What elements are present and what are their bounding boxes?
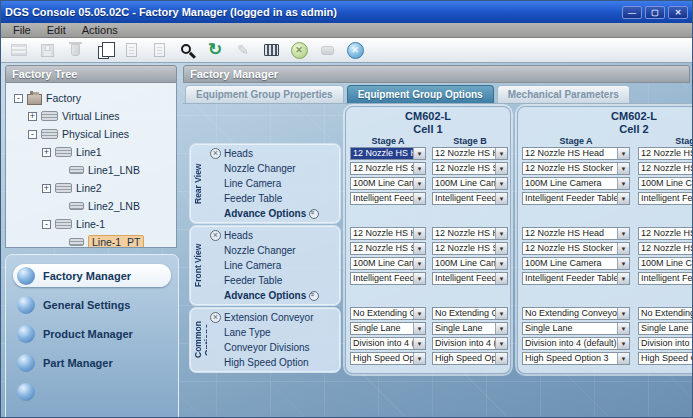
dropdown-line-camera-cell-1-stage-a[interactable]: 100M Line Camera▼: [350, 177, 426, 190]
dropdown-arrow-icon[interactable]: ▼: [413, 353, 425, 364]
dropdown-heads-cell-2-stage-b[interactable]: 12 Nozzle HS Head▼: [638, 147, 692, 160]
dropdown-arrow-icon[interactable]: ▼: [495, 273, 507, 284]
tree-item-line-1-pt[interactable]: +Line-1_PT: [6, 233, 176, 248]
dropdown-arrow-icon[interactable]: ▼: [413, 228, 425, 239]
dropdown-line-camera-cell-1-stage-b[interactable]: 100M Line Camera▼: [432, 177, 508, 190]
tree-item-line1[interactable]: +Line1: [6, 143, 176, 161]
tree-item-factory[interactable]: -Factory: [6, 89, 176, 107]
dropdown-arrow-icon[interactable]: ▼: [495, 258, 507, 269]
dropdown-feeder-table-cell-1-stage-a[interactable]: Intelligent Feeder Table▼: [350, 272, 426, 285]
dropdown-arrow-icon[interactable]: ▼: [617, 308, 629, 319]
document-button[interactable]: [147, 40, 171, 61]
dropdown-arrow-icon[interactable]: ▼: [495, 193, 507, 204]
menu-edit[interactable]: Edit: [39, 24, 74, 36]
dropdown-feeder-table-cell-2-stage-b[interactable]: Intelligent Feeder Table▼: [638, 192, 692, 205]
dropdown-arrow-icon[interactable]: ▼: [413, 273, 425, 284]
tree-item-physical-lines[interactable]: -Physical Lines: [6, 125, 176, 143]
dropdown-arrow-icon[interactable]: ▼: [413, 323, 425, 334]
dropdown-line-camera-cell-1-stage-a[interactable]: 100M Line Camera▼: [350, 257, 426, 270]
advance-options-row[interactable]: Advance Options: [224, 206, 338, 221]
dropdown-conveyor-divisions-cell-2-stage-a[interactable]: Division into 4 (default)▼: [522, 337, 630, 350]
dropdown-feeder-table-cell-1-stage-b[interactable]: Intelligent Feeder Table▼: [432, 272, 508, 285]
dropdown-feeder-table-cell-1-stage-b[interactable]: Intelligent Feeder Table▼: [432, 192, 508, 205]
dropdown-high-speed-option-cell-2-stage-b[interactable]: High Speed Option 3▼: [638, 352, 692, 365]
form-button[interactable]: [7, 40, 31, 61]
dropdown-arrow-icon[interactable]: ▼: [617, 338, 629, 349]
dropdown-arrow-icon[interactable]: ▼: [617, 163, 629, 174]
dropdown-arrow-icon[interactable]: ▼: [413, 338, 425, 349]
advance-options-row[interactable]: Advance Options: [224, 288, 338, 303]
dropdown-nozzle-changer-cell-2-stage-b[interactable]: 12 Nozzle HS Stocker▼: [638, 242, 692, 255]
dropdown-nozzle-changer-cell-1-stage-b[interactable]: 12 Nozzle HS Stocker▼: [432, 162, 508, 175]
tree-item-line2-lnb[interactable]: +Line2_LNB: [6, 197, 176, 215]
dropdown-lane-type-cell-1-stage-b[interactable]: Single Lane▼: [432, 322, 508, 335]
dropdown-arrow-icon[interactable]: ▼: [617, 148, 629, 159]
dropdown-arrow-icon[interactable]: ▼: [495, 338, 507, 349]
tab-mechanical-parameters[interactable]: Mechanical Parameters: [497, 85, 630, 103]
dropdown-line-camera-cell-2-stage-b[interactable]: 100M Line Camera▼: [638, 177, 692, 190]
dropdown-heads-cell-1-stage-a[interactable]: 12 Nozzle HS Head▼: [350, 227, 426, 240]
dropdown-arrow-icon[interactable]: ▼: [495, 353, 507, 364]
dropdown-arrow-icon[interactable]: ▼: [413, 148, 425, 159]
dropdown-line-camera-cell-2-stage-a[interactable]: 100M Line Camera▼: [522, 257, 630, 270]
tree-expander-icon[interactable]: -: [42, 220, 51, 229]
dropdown-arrow-icon[interactable]: ▼: [413, 308, 425, 319]
tree-expander-icon[interactable]: +: [42, 148, 51, 157]
dropdown-nozzle-changer-cell-2-stage-a[interactable]: 12 Nozzle HS Stocker▼: [522, 242, 630, 255]
dropdown-line-camera-cell-1-stage-b[interactable]: 100M Line Camera▼: [432, 257, 508, 270]
dropdown-arrow-icon[interactable]: ▼: [617, 228, 629, 239]
nav-part-manager[interactable]: Part Manager: [13, 351, 171, 374]
section-sync-icon[interactable]: [210, 148, 221, 159]
dropdown-arrow-icon[interactable]: ▼: [413, 243, 425, 254]
dropdown-heads-cell-1-stage-b[interactable]: 12 Nozzle HS Head▼: [432, 227, 508, 240]
dropdown-extension-conveyor-cell-2-stage-a[interactable]: No Extending Conveyor▼: [522, 307, 630, 320]
dropdown-extension-conveyor-cell-2-stage-b[interactable]: No Extending Conveyor▼: [638, 307, 692, 320]
dropdown-arrow-icon[interactable]: ▼: [413, 178, 425, 189]
dropdown-heads-cell-2-stage-a[interactable]: 12 Nozzle HS Head▼: [522, 147, 630, 160]
dropdown-heads-cell-2-stage-b[interactable]: 12 Nozzle HS Head▼: [638, 227, 692, 240]
maximize-button[interactable]: ▢: [645, 6, 665, 19]
dropdown-arrow-icon[interactable]: ▼: [617, 243, 629, 254]
tree-item-line-1[interactable]: -Line-1: [6, 215, 176, 233]
close-button[interactable]: ✕: [668, 6, 688, 19]
tree-item-line2[interactable]: +Line2: [6, 179, 176, 197]
nav-product-manager[interactable]: Product Manager: [13, 322, 171, 345]
dropdown-nozzle-changer-cell-1-stage-a[interactable]: 12 Nozzle HS Stocker▼: [350, 162, 426, 175]
dropdown-high-speed-option-cell-2-stage-a[interactable]: High Speed Option 3▼: [522, 352, 630, 365]
tree-item-virtual-lines[interactable]: +Virtual Lines: [6, 107, 176, 125]
dropdown-arrow-icon[interactable]: ▼: [617, 258, 629, 269]
dropdown-feeder-table-cell-1-stage-a[interactable]: Intelligent Feeder Table▼: [350, 192, 426, 205]
dropdown-conveyor-divisions-cell-1-stage-a[interactable]: Division into 4 (default)▼: [350, 337, 426, 350]
dropdown-arrow-icon[interactable]: ▼: [495, 163, 507, 174]
dropdown-lane-type-cell-1-stage-a[interactable]: Single Lane▼: [350, 322, 426, 335]
dropdown-arrow-icon[interactable]: ▼: [495, 178, 507, 189]
nav-general-settings[interactable]: General Settings: [13, 293, 171, 316]
delete-button[interactable]: [63, 40, 87, 61]
dropdown-arrow-icon[interactable]: ▼: [495, 243, 507, 254]
dropdown-high-speed-option-cell-1-stage-b[interactable]: High Speed Option 3▼: [432, 352, 508, 365]
dropdown-arrow-icon[interactable]: ▼: [413, 163, 425, 174]
paste-button[interactable]: [119, 40, 143, 61]
tree-expander-icon[interactable]: +: [28, 112, 37, 121]
dropdown-nozzle-changer-cell-2-stage-b[interactable]: 12 Nozzle HS Stocker▼: [638, 162, 692, 175]
dropdown-arrow-icon[interactable]: ▼: [495, 148, 507, 159]
dropdown-nozzle-changer-cell-1-stage-a[interactable]: 12 Nozzle HS Stocker▼: [350, 242, 426, 255]
dropdown-nozzle-changer-cell-2-stage-a[interactable]: 12 Nozzle HS Stocker▼: [522, 162, 630, 175]
minimize-button[interactable]: —: [622, 6, 642, 19]
dropdown-arrow-icon[interactable]: ▼: [413, 193, 425, 204]
dropdown-feeder-table-cell-2-stage-a[interactable]: Intelligent Feeder Table▼: [522, 192, 630, 205]
tree-expander-icon[interactable]: +: [42, 184, 51, 193]
tree-expander-icon[interactable]: -: [28, 130, 37, 139]
dropdown-arrow-icon[interactable]: ▼: [495, 228, 507, 239]
dropdown-arrow-icon[interactable]: ▼: [617, 353, 629, 364]
nav-partial[interactable]: [13, 380, 171, 403]
dropdown-feeder-table-cell-2-stage-b[interactable]: Intelligent Feeder Table▼: [638, 272, 692, 285]
dropdown-arrow-icon[interactable]: ▼: [413, 258, 425, 269]
dropdown-line-camera-cell-2-stage-b[interactable]: 100M Line Camera▼: [638, 257, 692, 270]
network-blue-button[interactable]: [343, 40, 367, 61]
refresh-button[interactable]: [203, 40, 227, 61]
dropdown-arrow-icon[interactable]: ▼: [495, 308, 507, 319]
dropdown-conveyor-divisions-cell-2-stage-b[interactable]: Division into 4 (default)▼: [638, 337, 692, 350]
dropdown-arrow-icon[interactable]: ▼: [617, 273, 629, 284]
tab-equipment-group-properties[interactable]: Equipment Group Properties: [185, 85, 344, 103]
